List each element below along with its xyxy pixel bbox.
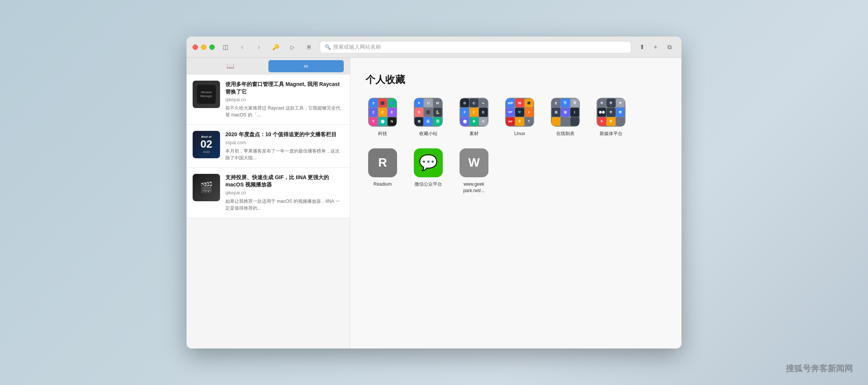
fav-label: 科技	[378, 130, 387, 137]
browser-window: ◫ ‹ › 🔑 ▷ ⛨ 🔍 搜索或输入网站名称 ⬆ +	[187, 37, 681, 348]
item-thumbnail: Best of 02 2020	[193, 131, 220, 158]
item-domain: qikepai.cn	[225, 190, 344, 196]
bestof-year: 2020	[203, 150, 210, 154]
extension-button[interactable]: ▷	[286, 41, 298, 53]
fav-icon-linux: WP W ⬛ WP 🐦 X WP 宝 T	[505, 98, 534, 127]
fav-label: Linux	[514, 130, 525, 137]
browser-content: 个人收藏 3 ⬛ 🔷 Z C E T ⬤ N	[350, 58, 681, 348]
back-icon: ‹	[241, 43, 243, 51]
list-item[interactable]: WindowManager 使用多年的窗口管理工具 Magnet, 我用 Ray…	[187, 75, 350, 125]
item-domain: qikepai.cn	[225, 97, 344, 102]
item-thumbnail: WindowManager	[193, 81, 220, 108]
item-desc: 如果让我推荐一款适用于 macOS 的视频播放器，IINA 一定是值得推荐的..…	[225, 198, 344, 212]
fav-icon-geekpark: W	[460, 148, 488, 177]
item-content: 使用多年的窗口管理工具 Magnet, 我用 Raycast 替换了它 qike…	[225, 81, 344, 118]
search-bar[interactable]: 🔍 搜索或输入网站名称	[320, 41, 631, 53]
item-content: 2020 年度盘点：10 个值得追更的中文播客栏目 sspai.com 本月初，…	[225, 131, 344, 161]
fav-item-geekpark[interactable]: W www.geek park.net/...	[457, 148, 491, 194]
toolbar-right: ⬆ + ⧉	[636, 41, 675, 53]
fav-item-linux[interactable]: WP W ⬛ WP 🐦 X WP 宝 T Linux	[503, 98, 537, 137]
fav-label: 素材	[469, 130, 479, 137]
list-item[interactable]: 🎬 支持投屏、快速生成 GIF，比 IINA 更强大的 macOS 视频播放器 …	[187, 168, 350, 218]
item-content: 支持投屏、快速生成 GIF，比 IINA 更强大的 macOS 视频播放器 qi…	[225, 174, 344, 212]
close-button[interactable]	[193, 45, 198, 50]
item-title: 使用多年的窗口管理工具 Magnet, 我用 Raycast 替换了它	[225, 81, 344, 95]
reading-list-icon: 📖	[227, 62, 234, 70]
favorites-section: 个人收藏 3 ⬛ 🔷 Z C E T ⬤ N	[365, 73, 655, 194]
sidebar: 📖 ∞ WindowManager	[187, 58, 350, 348]
sidebar-items: WindowManager 使用多年的窗口管理工具 Magnet, 我用 Ray…	[187, 75, 350, 348]
fav-item-shoucang[interactable]: B U W S ⬛ 🐍 ⊞ 应 用 收藏小站	[411, 98, 445, 137]
extension-icon: ▷	[290, 44, 295, 50]
tabs-button[interactable]: ⧉	[663, 41, 675, 53]
back-button[interactable]: ‹	[236, 41, 248, 53]
fav-item-readium[interactable]: R Readium	[365, 148, 400, 194]
favorites-grid: 3 ⬛ 🔷 Z C E T ⬤ N 科技	[365, 98, 655, 194]
sidebar-icon: ◫	[223, 43, 228, 51]
fav-item-keji[interactable]: 3 ⬛ 🔷 Z C E T ⬤ N 科技	[365, 98, 400, 137]
item-title: 支持投屏、快速生成 GIF，比 IINA 更强大的 macOS 视频播放器	[225, 174, 344, 189]
fav-label: www.geek park.net/...	[457, 181, 491, 194]
fav-item-sucai[interactable]: D C ∞ F C D ⬤ ⊕ O 素材	[457, 98, 491, 137]
later-icon: ∞	[304, 63, 308, 70]
list-item[interactable]: Best of 02 2020 2020 年度盘点：10 个值得追更的中文播客栏…	[187, 125, 350, 168]
share-button[interactable]: ⬆	[636, 41, 648, 53]
fav-item-xinmeiti[interactable]: 奇 登 奇 ⬤⬤ 奇 微 头 悟 新媒体平台	[594, 98, 628, 137]
fav-label: 收藏小站	[419, 130, 437, 137]
fav-icon-sucai: D C ∞ F C D ⬤ ⊕ O	[460, 98, 488, 127]
search-icon: 🔍	[325, 44, 331, 50]
fav-item-weixin[interactable]: 💬 微信公众平台	[411, 148, 445, 194]
share-icon: ⬆	[640, 43, 645, 51]
minimize-button[interactable]	[201, 45, 206, 50]
tab-later[interactable]: ∞	[268, 60, 344, 72]
fav-icon-weixin: 💬	[414, 148, 443, 177]
fav-icon-shoucang: B U W S ⬛ 🐍 ⊞ 应 用	[414, 98, 443, 127]
sidebar-tabs: 📖 ∞	[187, 58, 350, 75]
title-bar: ◫ ‹ › 🔑 ▷ ⛨ 🔍 搜索或输入网站名称 ⬆ +	[187, 37, 681, 58]
fav-icon-keji: 3 ⬛ 🔷 Z C E T ⬤ N	[368, 98, 397, 127]
main-area: 📖 ∞ WindowManager	[187, 58, 681, 348]
traffic-lights	[193, 45, 215, 50]
fav-icon-xinmeiti: 奇 登 奇 ⬤⬤ 奇 微 头 悟	[597, 98, 625, 127]
item-domain: sspai.com	[225, 140, 344, 145]
shield-icon: ⛨	[306, 44, 312, 50]
password-button[interactable]: 🔑	[270, 41, 282, 53]
fav-label: 在线制表	[556, 130, 574, 137]
new-tab-icon: +	[654, 44, 657, 51]
maximize-button[interactable]	[209, 45, 215, 50]
new-tab-button[interactable]: +	[649, 41, 662, 53]
fav-label: 新媒体平台	[600, 130, 622, 137]
item-thumbnail: 🎬	[193, 174, 220, 201]
item-title: 2020 年度盘点：10 个值得追更的中文播客栏目	[225, 131, 344, 138]
fav-label: 微信公众平台	[415, 181, 442, 188]
password-icon: 🔑	[272, 44, 279, 51]
section-title: 个人收藏	[365, 73, 655, 86]
fav-item-zaixian[interactable]: E 引 百 ⊞ ⊞ t 在线制表	[548, 98, 582, 137]
bestof-number: 02	[200, 138, 212, 150]
search-placeholder: 搜索或输入网站名称	[333, 44, 381, 51]
shield-button[interactable]: ⛨	[303, 41, 315, 53]
fav-icon-readium: R	[368, 148, 397, 177]
tab-reading-list[interactable]: 📖	[193, 60, 268, 72]
forward-button[interactable]: ›	[253, 41, 265, 53]
sidebar-toggle-button[interactable]: ◫	[219, 41, 231, 53]
watermark: 搜狐号奔客新闻网	[786, 363, 853, 374]
fav-icon-zaixian: E 引 百 ⊞ ⊞ t	[551, 98, 580, 127]
forward-icon: ›	[258, 43, 260, 51]
item-desc: 本月初，苹果播客发布了一年一度的最佳播客榜单，这次除了中国大陆...	[225, 148, 344, 161]
fav-label: Readium	[373, 181, 392, 188]
item-desc: 前不久给大家推荐过 Raycast 这款工具，它既能够完全代替 macOS 的「…	[225, 105, 344, 118]
tabs-icon: ⧉	[667, 44, 672, 51]
